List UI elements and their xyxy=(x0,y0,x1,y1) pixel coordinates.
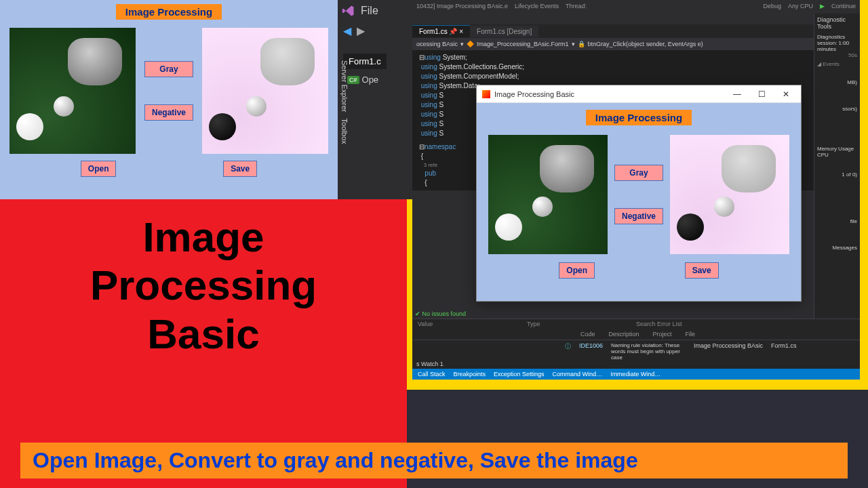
breadcrumb-class[interactable]: Image_Proccessing_BAsic.Form1 xyxy=(477,41,569,47)
vs-left-strip: File ◀ ▶ Server Explorer Toolbox Form1.c… xyxy=(338,0,412,199)
vs-menu: File xyxy=(338,0,412,22)
diag-messages[interactable]: Messages xyxy=(817,245,857,251)
app-window-left: Image Processing Gray Negative Open Save xyxy=(0,0,338,199)
vs-tab-bar: Form1.cs 📌 × Form1.cs [Design] xyxy=(412,24,860,38)
server-explorer-tab[interactable]: Server Explorer Toolbox xyxy=(338,58,351,147)
app-title: Image Processing xyxy=(116,4,222,20)
vs-lifecycle[interactable]: Lifecycle Events xyxy=(515,3,559,9)
diag-time: 50s xyxy=(817,52,857,58)
diag-ssors: ssors) xyxy=(817,106,857,112)
diag-memory-tab[interactable]: Memory Usage xyxy=(817,146,854,152)
error-project: Image Proccessing BAsic xyxy=(694,342,763,349)
close-button[interactable]: ✕ xyxy=(774,86,798,102)
error-row[interactable]: ⓘ IDE1006 Naming rule violation: These w… xyxy=(412,340,860,363)
vs-continue[interactable]: Continue xyxy=(831,3,856,9)
save-button[interactable]: Save xyxy=(223,161,257,177)
vs-config[interactable]: Debug xyxy=(763,3,781,9)
source-image-run xyxy=(488,135,608,254)
vs-breadcrumb: ocessing BAsic ▾ 🔶Image_Proccessing_BAsi… xyxy=(412,38,860,50)
negative-button-run[interactable]: Negative xyxy=(614,208,663,224)
diag-of: 1 of 0) xyxy=(817,171,857,178)
col-desc: Description xyxy=(609,331,639,338)
tab-form1-cs[interactable]: Form1.cs 📌 × xyxy=(412,25,470,37)
save-button-run[interactable]: Save xyxy=(685,262,719,279)
subtitle-text: Open Image, Convert to gray and negative… xyxy=(33,448,638,472)
status-immediate[interactable]: Immediate Wind… xyxy=(610,371,660,378)
close-icon[interactable]: × xyxy=(459,28,463,35)
running-app-window: Image Processing Basic — ☐ ✕ Image Proce… xyxy=(476,85,802,302)
diag-mb: MB) xyxy=(817,79,857,85)
window-title: Image Processing Basic xyxy=(494,90,574,98)
visual-studio-icon xyxy=(342,4,355,18)
col-project: Project xyxy=(653,331,672,338)
diag-session: Diagnostics session: 1:00 minutes xyxy=(817,34,857,52)
breadcrumb-method[interactable]: btnGray_Click(object sender, EventArgs e… xyxy=(588,41,703,47)
title-heading: Image Processing Basic xyxy=(20,213,387,358)
status-command[interactable]: Command Wind… xyxy=(553,371,603,378)
result-image xyxy=(202,28,328,154)
forward-icon[interactable]: ▶ xyxy=(357,24,365,37)
open-button-run[interactable]: Open xyxy=(559,262,595,279)
error-code: IDE1006 xyxy=(579,342,603,349)
gray-button[interactable]: Gray xyxy=(144,61,193,77)
gray-button-run[interactable]: Gray xyxy=(614,165,663,181)
vs-thread: Thread: xyxy=(566,3,587,9)
nav-buttons: ◀ ▶ xyxy=(338,22,412,40)
vs-process-label: 10432] Image Processing BAsic.e xyxy=(416,3,508,9)
diag-events[interactable]: Events xyxy=(823,61,839,67)
minimize-button[interactable]: — xyxy=(725,86,749,102)
error-desc: Naming rule violation: These words must … xyxy=(611,342,686,361)
titlebar: Image Processing Basic — ☐ ✕ xyxy=(477,85,801,103)
back-icon[interactable]: ◀ xyxy=(343,24,351,37)
subtitle-bar: Open Image, Convert to gray and negative… xyxy=(20,443,848,479)
diag-file: file xyxy=(817,218,857,224)
status-breakpoints[interactable]: Breakpoints xyxy=(454,371,486,378)
vs-bottom-panel: Value Type Search Error List Code Descri… xyxy=(412,319,860,380)
open-button[interactable]: Open xyxy=(81,161,117,177)
app-title-run: Image Processing xyxy=(586,110,692,125)
status-exceptions[interactable]: Exception Settings xyxy=(494,371,545,378)
app-icon xyxy=(482,90,490,98)
vs-toolbar-2 xyxy=(412,12,860,24)
file-menu[interactable]: File xyxy=(361,5,378,17)
diagnostic-tools-panel: Diagnostic Tools Diagnostics session: 1:… xyxy=(814,14,860,366)
vs-platform[interactable]: Any CPU xyxy=(788,3,813,9)
watch-tab[interactable]: s Watch 1 xyxy=(416,361,443,367)
col-file: File xyxy=(686,331,696,338)
result-image-run xyxy=(670,135,789,254)
diag-cpu-tab[interactable]: CPU xyxy=(817,152,829,158)
diag-title: Diagnostic Tools xyxy=(817,16,857,30)
col-code: Code xyxy=(580,331,595,338)
breadcrumb-namespace[interactable]: ocessing BAsic xyxy=(416,41,458,47)
source-image xyxy=(9,28,136,154)
status-callstack[interactable]: Call Stack xyxy=(418,371,446,378)
tab-form1-design[interactable]: Form1.cs [Design] xyxy=(470,26,538,37)
vs-toolbar: 10432] Image Processing BAsic.e Lifecycl… xyxy=(412,0,860,12)
error-file: Form1.cs xyxy=(771,342,797,349)
no-issues-indicator: ✔ No issues found xyxy=(415,310,466,317)
negative-button[interactable]: Negative xyxy=(144,104,193,121)
pin-icon[interactable]: 📌 xyxy=(449,28,457,35)
maximize-button[interactable]: ☐ xyxy=(749,86,774,102)
col-value: Value xyxy=(418,321,527,327)
col-type: Type xyxy=(527,321,636,327)
file-open-row[interactable]: C#Ope xyxy=(343,72,407,87)
search-error-list[interactable]: Search Error List xyxy=(636,321,854,327)
vs-status-bar: Call Stack Breakpoints Exception Setting… xyxy=(412,369,860,380)
